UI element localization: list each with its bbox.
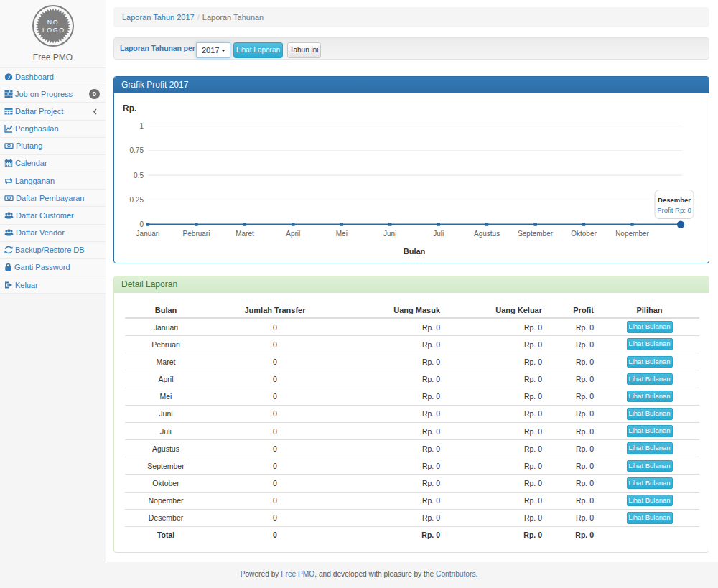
svg-text:0.75: 0.75	[130, 146, 144, 154]
svg-text:LOGO: LOGO	[42, 27, 65, 34]
svg-text:Profit Rp: 0: Profit Rp: 0	[657, 206, 691, 214]
svg-text:Desember: Desember	[658, 196, 691, 204]
svg-text:Bulan: Bulan	[404, 247, 426, 256]
svg-text:Agustus: Agustus	[474, 230, 500, 238]
svg-text:Januari: Januari	[136, 230, 160, 238]
svg-text:Rp.: Rp.	[123, 103, 136, 113]
svg-text:1: 1	[139, 122, 144, 130]
svg-text:Mei: Mei	[336, 230, 348, 238]
svg-text:Nopember: Nopember	[615, 230, 649, 238]
svg-text:0: 0	[139, 220, 144, 228]
svg-text:Juni: Juni	[383, 230, 396, 238]
svg-text:Juli: Juli	[433, 230, 444, 238]
svg-text:Maret: Maret	[236, 230, 254, 238]
svg-text:0.5: 0.5	[134, 172, 144, 179]
svg-text:Oktober: Oktober	[571, 230, 597, 238]
svg-text:September: September	[518, 230, 554, 238]
svg-text:April: April	[286, 230, 300, 238]
svg-text:0.25: 0.25	[130, 196, 144, 204]
svg-text:Pebruari: Pebruari	[183, 230, 210, 238]
svg-text:NO: NO	[47, 19, 58, 26]
